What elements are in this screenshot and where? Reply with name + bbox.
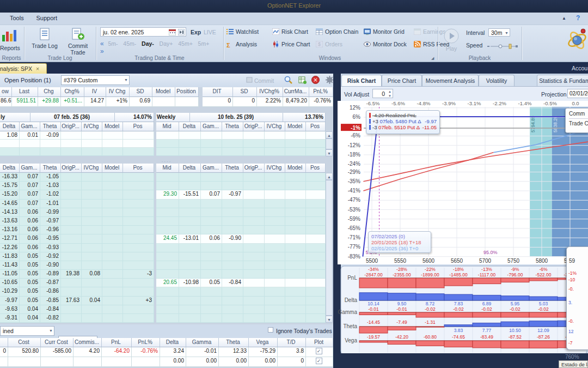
chain-row[interactable] (156, 182, 326, 190)
expiry-row[interactable] (0, 140, 154, 148)
chain-row[interactable]: 29.30-15.510.07-0.97 (156, 190, 326, 199)
commit-button[interactable]: Commit (246, 77, 274, 84)
chain-row[interactable]: -9.310.04-0.82 (0, 314, 154, 323)
chain-row[interactable] (156, 200, 326, 208)
close-tab-icon[interactable]: × (36, 65, 39, 72)
chain-row[interactable] (156, 252, 326, 261)
menu-support[interactable]: Support (30, 13, 63, 21)
expiry-row[interactable] (156, 148, 326, 156)
close-position-icon[interactable]: × (311, 76, 320, 85)
expiry-row[interactable] (156, 140, 326, 148)
trade-log-button[interactable]: Trade Log (28, 27, 61, 53)
expiry-row[interactable] (0, 148, 154, 156)
windows-button-option-chain[interactable]: Option Chain (316, 28, 364, 35)
reports-button[interactable]: Reports (0, 27, 22, 52)
positions-row[interactable]: 0520.80-585.004.20-64.20-0.76%3.24-0.011… (0, 347, 333, 357)
chain-row[interactable] (156, 314, 326, 323)
step-fwd-icon[interactable]: » (100, 47, 104, 55)
windows-button-analysis[interactable]: ΣAnalysis (226, 41, 272, 49)
interval-select[interactable]: 30m ▼ (488, 28, 510, 37)
chain-row[interactable]: 24.45-13.010.06-0.90 (156, 234, 326, 243)
chain-row[interactable] (156, 173, 326, 182)
chain-row[interactable]: -10.290.05-0.86 (0, 287, 154, 296)
spin-down-icon[interactable]: ▼ (388, 94, 391, 98)
next-exp-icon[interactable] (178, 29, 185, 37)
chain-row[interactable]: -10.650.05-0.87 (0, 279, 154, 287)
windows-button-monitor-dock[interactable]: Monitor Dock (364, 41, 414, 47)
trading-date-input[interactable]: ju. 02 ene. 2025 (100, 27, 186, 37)
scroll-down-icon[interactable]: ▼ (326, 149, 333, 156)
menu-tools[interactable]: Tools (4, 13, 29, 21)
chain-row[interactable] (156, 226, 326, 234)
chain-row[interactable]: -15.200.07-1.02 (0, 190, 154, 199)
step-back-icon[interactable]: « (100, 40, 104, 47)
chain-row[interactable]: -15.750.07-1.03 (0, 182, 154, 190)
chain-row[interactable]: -11.830.05-0.92 (0, 252, 154, 261)
step-day-fwd[interactable]: Day+ (160, 40, 173, 47)
play-button[interactable]: Play (442, 28, 461, 52)
horizontal-splitter[interactable]: ···· (0, 158, 333, 164)
chain-row[interactable]: -16.330.07-1.05 (0, 173, 154, 182)
chain-row[interactable] (156, 261, 326, 270)
svg-text:-0.02: -0.02 (453, 306, 464, 312)
chain-row[interactable]: -11.430.05-0.90 (0, 261, 154, 270)
plot-checkbox[interactable]: ✓ (316, 348, 322, 354)
vol-adjust-spinner[interactable]: 0 ▲ ▼ (372, 89, 393, 98)
speed-slider[interactable] (487, 43, 519, 51)
ignore-trades-checkbox[interactable] (268, 327, 273, 333)
chain-row[interactable]: -13.160.06-0.96 (0, 226, 154, 234)
expiry-row[interactable]: 1.080.01-0.09 (0, 131, 154, 140)
strategy-select[interactable]: #379 Custom▼ (61, 75, 130, 85)
scroll-up-icon[interactable]: ▲ (326, 173, 333, 180)
projection-date-input[interactable]: 02/01/20 (567, 89, 588, 98)
chain-row[interactable]: -12.260.06-0.93 (0, 244, 154, 252)
step-45m-fwd[interactable]: 45m+ (178, 40, 193, 47)
step-45m-back[interactable]: 45m- (123, 40, 136, 47)
search-icon[interactable] (284, 76, 292, 85)
horizontal-splitter[interactable]: ···· (0, 107, 333, 113)
chain-row[interactable]: -12.710.06-0.95 (0, 234, 154, 243)
chain-row[interactable] (156, 217, 326, 226)
summary-values[interactable]: 86.675911.51+29.88+0.51...14.27+1%0.69 (0, 97, 199, 107)
summary-values[interactable]: 002.22%8,479.20-0.76% (203, 97, 333, 107)
windows-button-watchlist[interactable]: Watchlist (226, 28, 272, 35)
chain-row[interactable]: -9.970.05-0.8517.630.04+3 (0, 297, 154, 305)
chain-row[interactable] (156, 287, 326, 296)
chain-row[interactable] (156, 297, 326, 305)
chain-row[interactable]: 20.65-10.980.05-0.84 (156, 279, 326, 287)
group-expand-icon[interactable]: ◢ (431, 56, 434, 61)
step-5m-fwd[interactable]: 5m+ (198, 40, 210, 47)
positions-row[interactable]: 0.000.000.000.000✓ (0, 357, 333, 367)
windows-button-price-chart[interactable]: Price Chart (272, 41, 316, 47)
export-table-icon[interactable] (298, 76, 307, 85)
chain-row[interactable] (156, 244, 326, 252)
scroll-up-icon[interactable]: ▲ (326, 131, 333, 138)
expiry-row[interactable] (156, 131, 326, 140)
expiry-title-row[interactable]: ly07 feb. 25 (36)14.07% (0, 113, 154, 122)
scrollbar-track[interactable] (326, 138, 333, 149)
help-icon[interactable]: ? (576, 14, 580, 22)
collapse-ribbon-icon[interactable]: ▲ (562, 16, 566, 21)
commit-trade-button[interactable]: Commit Trade (61, 27, 95, 53)
position-mode-select[interactable]: ined▼ (0, 326, 54, 336)
scrollbar-track[interactable] (326, 180, 333, 316)
plot-checkbox[interactable]: ✓ (316, 358, 322, 364)
chain-row[interactable]: -13.630.06-0.97 (0, 217, 154, 226)
trade-context-popup[interactable]: Comm Trade C (565, 108, 588, 133)
step-day-back[interactable]: Day- (142, 40, 154, 47)
settings-gear-icon[interactable] (326, 76, 334, 85)
calendar-picker-icon[interactable] (169, 29, 176, 37)
chain-row[interactable] (156, 270, 326, 279)
expiry-title-row[interactable]: Weekly10 feb. 25 (39)13.76% (156, 113, 326, 122)
step-5m-back[interactable]: 5m- (108, 40, 118, 47)
chain-row[interactable]: -14.130.06-0.99 (0, 208, 154, 217)
chain-row[interactable] (156, 208, 326, 217)
chain-row[interactable]: -11.050.05-0.8919.380.08-3 (0, 270, 154, 279)
spin-up-icon[interactable]: ▲ (388, 90, 391, 93)
chain-row[interactable]: -9.630.04-0.84 (0, 305, 154, 314)
windows-button-risk-chart[interactable]: Risk Chart (272, 28, 316, 35)
chain-row[interactable] (156, 305, 326, 314)
chain-row[interactable]: -14.650.07-1.01 (0, 200, 154, 208)
scroll-down-icon[interactable]: ▼ (326, 316, 333, 323)
windows-button-monitor-grid[interactable]: Monitor Grid (364, 28, 414, 35)
